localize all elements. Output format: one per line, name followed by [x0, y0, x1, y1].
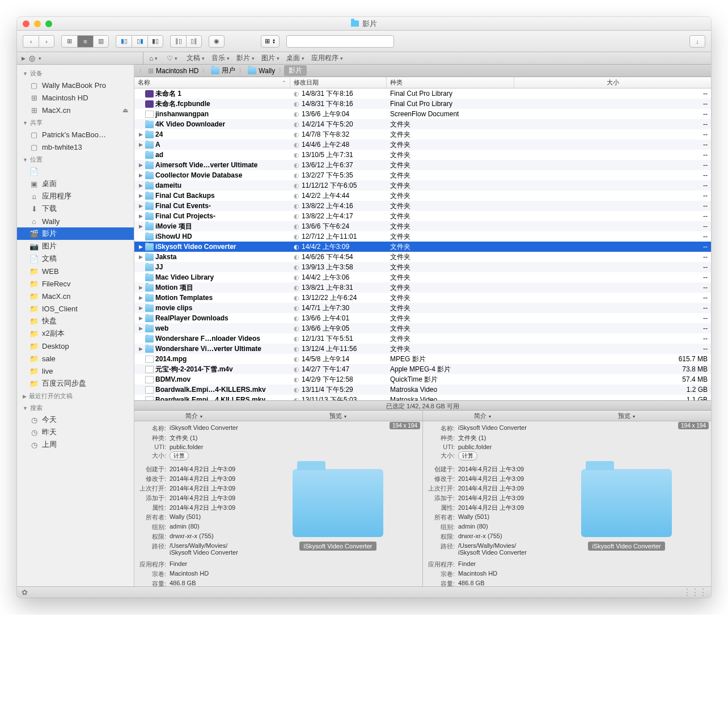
zoom-button[interactable] [45, 20, 52, 27]
table-row[interactable]: ▶movie clips ◐14/7/1 上午7:30 文件夹 -- [134, 303, 711, 313]
table-row[interactable]: ▶dameitu ◐11/12/12 下午6:05 文件夹 -- [134, 180, 711, 191]
target-icon[interactable]: ◎ [29, 54, 35, 62]
info-header[interactable]: 简介 ▾ [134, 411, 253, 421]
sidebar-item[interactable]: 📁百度云同步盘 [17, 377, 134, 390]
table-row[interactable]: ▶Final Cut Backups ◐14/2/2 上午4:44 文件夹 -- [134, 191, 711, 201]
sidebar-item[interactable]: ◷今天 [17, 413, 134, 426]
panel-3[interactable]: ▮▯ [147, 35, 163, 48]
panel-2[interactable]: ▯▮ [132, 35, 147, 48]
fav-item[interactable]: 影片▾ [233, 53, 258, 63]
table-row[interactable]: Boardwalk.Empi…4.KILLERS.mkv ◐13/11/13 下… [134, 395, 711, 400]
table-row[interactable]: ▶Final Cut Events- ◐13/8/22 上午4:16 文件夹 -… [134, 201, 711, 211]
sidebar-group-header[interactable]: ▼设备 [17, 67, 134, 79]
fav-item[interactable]: 桌面▾ [283, 53, 308, 63]
quicklook-button[interactable]: ◉ [209, 35, 225, 48]
preview-header[interactable]: 预览 ▾ [542, 411, 711, 421]
home-menu[interactable]: ⌂▾ [146, 54, 161, 62]
sidebar-item[interactable]: ⊞Macintosh HD [17, 91, 134, 104]
sidebar-group-header[interactable]: ▼搜索 [17, 402, 134, 413]
close-button[interactable] [23, 20, 29, 27]
sidebar-item[interactable]: 📁Desktop [17, 340, 134, 352]
sidebar-item[interactable]: ▢mb-twhite13 [17, 141, 134, 153]
table-row[interactable]: ▶iMovie 项目 ◐13/6/6 下午6:24 文件夹 -- [134, 221, 711, 231]
table-row[interactable]: Mac Video Library ◐14/4/2 上午3:06 文件夹 -- [134, 272, 711, 282]
breadcrumb[interactable]: Wally [244, 67, 278, 75]
chevron-right-icon[interactable]: ▶ [22, 56, 26, 61]
download-button[interactable]: ↓ [689, 35, 705, 48]
breadcrumb[interactable]: ⊞Macintosh HD [145, 67, 202, 75]
table-row[interactable]: ▶web ◐13/6/6 上午9:05 文件夹 -- [134, 323, 711, 333]
forward-button[interactable]: › [39, 35, 54, 48]
sidebar-item[interactable]: 📁FileRecv [17, 277, 134, 290]
table-row[interactable]: ad ◐13/10/5 上午7:31 文件夹 -- [134, 150, 711, 160]
col-kind[interactable]: 种类 [387, 77, 514, 88]
sidebar-item[interactable]: 📄 [17, 165, 134, 178]
table-row[interactable]: iShowU HD ◐12/7/12 上午11:01 文件夹 -- [134, 231, 711, 242]
table-row[interactable]: ▶A ◐14/4/6 上午2:48 文件夹 -- [134, 140, 711, 150]
fav-item[interactable]: 应用程序▾ [308, 53, 346, 63]
table-row[interactable]: 未命名.fcpbundle ◐14/8/31 下午8:16 Final Cut … [134, 99, 711, 109]
table-row[interactable]: jinshanwangpan ◐13/6/6 上午9:04 ScreenFlow… [134, 109, 711, 119]
minimize-button[interactable] [34, 20, 41, 27]
icon-view-button[interactable]: ⊞ [61, 35, 77, 48]
fav-item[interactable]: 音乐▾ [208, 53, 233, 63]
sidebar-item[interactable]: 📁IOS_Client [17, 302, 134, 315]
table-row[interactable]: Wondershare F…nloader Videos ◐12/1/31 下午… [134, 333, 711, 344]
panel-segment[interactable]: ▮▯ ▯▮ ▮▯ [116, 35, 163, 48]
view-mode-segment[interactable]: ⊞ ≡ ▥ [61, 35, 109, 48]
col-name[interactable]: 名称⌃ [134, 77, 290, 88]
preview-header[interactable]: 预览 ▾ [253, 411, 422, 421]
table-row[interactable]: ▶24 ◐14/7/8 下午8:32 文件夹 -- [134, 129, 711, 140]
sidebar-group-header[interactable]: ▼共享 [17, 116, 134, 128]
list-header[interactable]: 名称⌃ 修改日期 种类 大小 [134, 77, 711, 88]
sidebar-item[interactable]: ⩍应用程序 [17, 190, 134, 202]
sidebar-item[interactable]: ⬇下载 [17, 202, 134, 215]
sidebar-item[interactable]: ⊞MacX.cn⏏ [17, 104, 134, 116]
fav-item[interactable]: 图片▾ [258, 53, 283, 63]
resize-grip[interactable]: ⋮⋮⋮ [683, 587, 706, 598]
column-view-button[interactable]: ▥ [93, 35, 109, 48]
sidebar-item[interactable]: 📁sale [17, 352, 134, 365]
fav-menu[interactable]: ♡▾ [163, 54, 181, 62]
back-button[interactable]: ‹ [23, 35, 39, 48]
sidebar-item[interactable]: 📁x2副本 [17, 327, 134, 340]
table-row[interactable]: ▶Coollector Movie Database ◐13/2/27 下午5:… [134, 170, 711, 180]
sidebar-item[interactable]: ◷上周 [17, 438, 134, 451]
list-view-button[interactable]: ≡ [77, 35, 93, 48]
info-header[interactable]: 简介 ▾ [423, 411, 542, 421]
sidebar-item[interactable]: ▣桌面 [17, 178, 134, 190]
table-row[interactable]: ▶Final Cut Projects- ◐13/8/22 上午4:17 文件夹… [134, 211, 711, 221]
calc-button[interactable]: 计算 [170, 451, 189, 460]
sidebar-item[interactable]: 📁live [17, 365, 134, 377]
breadcrumb[interactable]: 影片 [284, 65, 307, 76]
search-input[interactable] [286, 35, 394, 48]
panel-5[interactable]: ▯∥ [186, 35, 202, 48]
sidebar-item[interactable]: ▢Wally MacBook Pro [17, 79, 134, 91]
sidebar-item[interactable]: 📁MacX.cn [17, 290, 134, 302]
gear-icon[interactable]: ✿ [22, 588, 28, 597]
table-row[interactable]: 2014.mpg ◐14/5/8 上午9:14 MPEG 影片 615.7 MB [134, 354, 711, 364]
table-row[interactable]: BDMV.mov ◐14/2/9 下午12:58 QuickTime 影片 57… [134, 374, 711, 384]
breadcrumb[interactable]: 用户 [208, 66, 239, 75]
table-row[interactable]: JJ ◐13/9/13 上午3:58 文件夹 -- [134, 262, 711, 272]
col-date[interactable]: 修改日期 [290, 77, 387, 88]
sidebar-item[interactable]: 📷图片 [17, 240, 134, 252]
table-row[interactable]: 未命名 1 ◐14/8/31 下午8:16 Final Cut Pro Libr… [134, 88, 711, 99]
table-row[interactable]: ▶Motion 项目 ◐13/8/21 上午8:31 文件夹 -- [134, 282, 711, 293]
panel-1[interactable]: ▮▯ [116, 35, 132, 48]
fav-item[interactable]: 文稿▾ [183, 53, 208, 63]
table-row[interactable]: ▶Wondershare Vi…verter Ultimate ◐13/12/4… [134, 344, 711, 354]
table-row[interactable]: Boardwalk.Empi…4-KILLERS.mkv ◐13/11/4 下午… [134, 384, 711, 395]
titlebar[interactable]: 影片 [17, 17, 711, 31]
sidebar-item[interactable]: ⌂Wally [17, 215, 134, 227]
sidebar-item[interactable]: 📁快盘 [17, 315, 134, 327]
table-row[interactable]: 4K Video Downloader ◐14/2/14 下午5:20 文件夹 … [134, 119, 711, 129]
sidebar-item[interactable]: 📁WEB [17, 265, 134, 277]
table-row[interactable]: ▶RealPlayer Downloads ◐13/6/6 上午4:01 文件夹… [134, 313, 711, 323]
table-row[interactable]: ▶Motion Templates ◐13/12/22 上午6:24 文件夹 -… [134, 293, 711, 303]
file-list[interactable]: 未命名 1 ◐14/8/31 下午8:16 Final Cut Pro Libr… [134, 88, 711, 400]
table-row[interactable]: ▶Aimersoft Vide…verter Ultimate ◐13/6/12… [134, 160, 711, 170]
table-row[interactable]: ▶Jaksta ◐14/6/26 下午4:54 文件夹 -- [134, 252, 711, 262]
sidebar-item[interactable]: 📄文稿 [17, 252, 134, 265]
sidebar-group-header[interactable]: ▼位置 [17, 153, 134, 165]
